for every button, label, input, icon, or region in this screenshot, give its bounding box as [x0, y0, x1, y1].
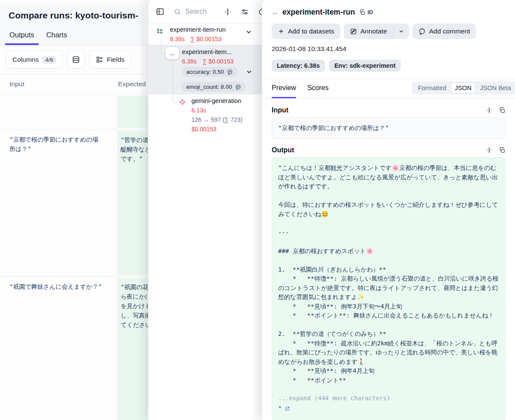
- search-input[interactable]: [185, 8, 219, 15]
- input-cell[interactable]: "祇園で舞妓さんに会えますか？": [0, 277, 107, 296]
- output-section-header: Output: [272, 146, 506, 154]
- feedback-label: accuracy: 0.50: [186, 69, 224, 75]
- annotate-pencil-icon: [350, 28, 357, 35]
- generation-cost: $0.00153: [191, 126, 216, 133]
- feedback-badge-accuracy[interactable]: accuracy: 0.50: [182, 67, 237, 77]
- compare-runs-panel: Compare runs: kyoto-tourism- Outputs Cha…: [0, 0, 148, 420]
- tab-outputs[interactable]: Outputs: [5, 31, 39, 45]
- trace-node-child[interactable]: experiment-item...: [182, 48, 232, 55]
- expected-cell[interactable]: "祇園の花見小路では夕方か ら夜にかけて舞妓さんの姿 を見かけることがあります …: [117, 278, 151, 420]
- gemini-sparkle-icon: [179, 98, 186, 106]
- add-comment-button[interactable]: Add comment: [412, 24, 476, 39]
- fit-content-icon[interactable]: [486, 147, 493, 154]
- latency-badge: Latency: 6.38s: [272, 60, 325, 72]
- plus-icon: [278, 28, 285, 35]
- collapse-all-icon[interactable]: [224, 8, 232, 16]
- table-column-headers: Input Expected: [0, 74, 148, 95]
- expected-cell[interactable]: [117, 96, 151, 128]
- detail-tabs-row: Preview Scores Formatted JSON JSON Beta: [262, 79, 515, 98]
- tab-preview[interactable]: Preview: [272, 79, 296, 98]
- annotate-split-button: Annotate: [344, 24, 409, 39]
- input-cell[interactable]: [0, 95, 107, 105]
- trace-tree: experiment-item-run 6.38s ∑ $0.00153 ↔ e…: [148, 24, 262, 420]
- table-row[interactable]: "京都で桜の季節におすすめの場所は？" "哲学の道や 醍醐寺などが です。": [0, 130, 148, 277]
- list-tree-icon: [156, 27, 164, 35]
- span-type-icon: ↔: [166, 47, 179, 59]
- child-cost: ∑ $0.00153: [203, 58, 233, 65]
- feedback-badge-emoji-count[interactable]: emoji_count: 8.00: [182, 82, 245, 92]
- page-title: Compare runs: kyoto-tourism-: [9, 10, 145, 21]
- env-badge: Env: sdk-experiment: [329, 60, 401, 72]
- copy-icon[interactable]: [499, 107, 506, 114]
- copy-id-button[interactable]: ID: [359, 9, 373, 15]
- open-expand-icon[interactable]: [285, 406, 290, 411]
- chevron-down-icon[interactable]: [245, 68, 253, 76]
- fields-label: Fields: [107, 56, 124, 63]
- input-section-header: Input: [272, 106, 506, 114]
- collapse-panel-icon[interactable]: [156, 7, 164, 16]
- annotate-dropdown-button[interactable]: [394, 24, 409, 39]
- compare-runs-header: Compare runs: kyoto-tourism- Outputs Cha…: [0, 3, 145, 45]
- trace-toolbar-icons: [224, 8, 262, 16]
- detail-header: ↔ experiment-item-run ID Add to datasets: [262, 0, 515, 79]
- expected-cell[interactable]: "哲学の道や 醍醐寺などが です。": [117, 131, 151, 275]
- root-duration: 6.38s: [170, 36, 185, 42]
- add-to-datasets-button[interactable]: Add to datasets: [272, 24, 340, 39]
- generation-tokens: 126 → 597 (∑ 723): [191, 116, 242, 123]
- generation-duration: 6.13s: [191, 107, 206, 114]
- output-value-box: "こんにちは！京都観光アシスタントです🌸京都の桜の季節は、本当に息をのむほど美し…: [272, 157, 506, 420]
- copy-icon[interactable]: [499, 147, 506, 154]
- chevron-down-icon[interactable]: [245, 28, 252, 36]
- id-label: ID: [367, 9, 373, 15]
- annotate-button[interactable]: Annotate: [344, 24, 394, 39]
- trace-node-root[interactable]: experiment-item-run: [170, 26, 226, 33]
- fields-grid-icon: [96, 56, 103, 63]
- column-header-input: Input: [9, 80, 24, 88]
- input-value: "京都で桜の季節におすすめの場所は？": [272, 118, 506, 139]
- comment-bubble-icon: [418, 28, 426, 35]
- output-value: "こんにちは！京都観光アシスタントです🌸京都の桜の季節は、本当に息をのむほど美し…: [278, 163, 499, 385]
- tab-scores[interactable]: Scores: [307, 79, 329, 98]
- format-option-formatted[interactable]: Formatted: [414, 83, 450, 93]
- left-right-arrow-icon: ↔: [272, 9, 278, 16]
- trace-node-generation[interactable]: gemini-generation: [191, 97, 241, 104]
- compare-tabs: Outputs Charts: [5, 31, 75, 45]
- expand-more-link[interactable]: ...expand (444 more characters): [278, 394, 499, 403]
- fit-content-icon[interactable]: [486, 107, 493, 114]
- comment-bubble-icon: [235, 84, 241, 90]
- copy-icon: [359, 9, 366, 15]
- columns-count-badge: 4/6: [42, 56, 56, 64]
- table-row[interactable]: [0, 95, 148, 130]
- table-toolbar: Columns 4/6 Fields: [0, 45, 148, 74]
- table-rows-icon: [72, 55, 80, 64]
- add-comment-label: Add comment: [429, 27, 470, 35]
- child-duration: 6.38s: [182, 58, 197, 65]
- column-header-expected: Expected: [118, 80, 146, 88]
- run-title: experiment-item-run: [282, 8, 355, 17]
- tab-charts[interactable]: Charts: [42, 31, 72, 45]
- run-timestamp: 2026-01-08 10:33:41.454: [272, 45, 506, 53]
- fields-button[interactable]: Fields: [89, 51, 131, 69]
- chevron-down-icon: [398, 28, 404, 34]
- trace-search[interactable]: [174, 8, 224, 15]
- format-option-json-beta[interactable]: JSON Beta: [476, 83, 515, 93]
- columns-button[interactable]: Columns 4/6: [6, 51, 63, 69]
- timer-icon[interactable]: [258, 8, 262, 16]
- input-cell[interactable]: "京都で桜の季節におすすめの場所は？": [0, 130, 107, 159]
- left-right-arrow-icon: ↔: [169, 50, 176, 57]
- preview-content: Input "京都で桜の季節におすすめの場所は？" Output: [262, 99, 515, 420]
- columns-label: Columns: [12, 56, 39, 63]
- detail-actions: Add to datasets Annotate: [272, 24, 506, 39]
- row-height-button[interactable]: [67, 51, 85, 69]
- table-row[interactable]: "祇園で舞妓さんに会えますか？" "祇園の花見小路では夕方か ら夜にかけて舞妓さ…: [0, 277, 148, 420]
- trace-toolbar: [148, 0, 262, 24]
- trace-tree-panel: experiment-item-run 6.38s ∑ $0.00153 ↔ e…: [148, 0, 262, 420]
- annotate-label: Annotate: [360, 27, 387, 35]
- format-option-json[interactable]: JSON: [451, 83, 476, 93]
- format-toggle: Formatted JSON JSON Beta: [412, 82, 515, 94]
- search-icon: [174, 8, 181, 15]
- root-cost: ∑ $0.00153: [191, 36, 221, 42]
- filter-settings-icon[interactable]: [241, 8, 249, 16]
- tree-connector: [161, 38, 166, 53]
- closing-quote: ": [278, 404, 282, 414]
